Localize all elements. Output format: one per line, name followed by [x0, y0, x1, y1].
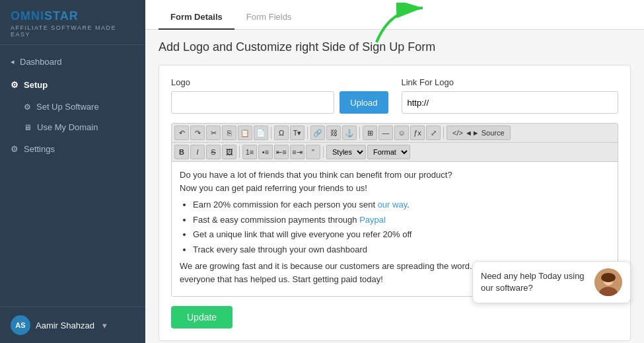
brand-tagline: AFFILIATE SOFTWARE MADE EASY: [11, 24, 135, 38]
editor-para1: Do you have a lot of friends that you th…: [180, 169, 610, 194]
settings-label: Settings: [24, 144, 55, 154]
svg-point-4: [601, 273, 616, 282]
set-up-software-label: Set Up Software: [36, 102, 99, 112]
source-label: ◄► Source: [465, 129, 505, 137]
toolbar-sep3: [359, 127, 360, 139]
indent-btn[interactable]: ≡⇥: [290, 145, 304, 159]
toolbar-row2: B I S 🖼 1≡ •≡ ⇤≡ ≡⇥ " Styles Format: [172, 143, 618, 162]
user-menu[interactable]: AS Aamir Shahzad ▾: [0, 307, 145, 343]
unordered-list-btn[interactable]: •≡: [258, 145, 273, 159]
logo-label: Logo: [171, 77, 388, 87]
setup-icon: ⚙: [11, 80, 18, 90]
styles-select[interactable]: Styles: [326, 145, 366, 159]
link-label: Link For Logo: [402, 77, 619, 87]
toolbar-sep1: [271, 127, 271, 139]
help-bubble-text: Need any help Today using our software?: [481, 270, 588, 294]
hr-btn[interactable]: —: [378, 126, 393, 140]
format-select[interactable]: Format: [367, 145, 410, 159]
cog-icon: ⚙: [24, 102, 31, 112]
cut-btn[interactable]: ✂: [206, 126, 221, 140]
editor-bullet-list: Earn 20% commission for each person you …: [193, 198, 610, 256]
monitor-icon: 🖥: [24, 123, 32, 132]
bullet-item-3: Get a unique link that will give everyon…: [193, 228, 610, 241]
undo-btn[interactable]: ↶: [174, 126, 189, 140]
toolbar-sep6: [323, 146, 324, 158]
logo-input-row: Upload: [171, 91, 388, 114]
brand-logo: OMNISTAR: [11, 9, 135, 23]
link-btn[interactable]: 🔗: [310, 126, 325, 140]
table-btn[interactable]: ⊞: [363, 126, 377, 140]
blockquote-btn[interactable]: ": [306, 145, 320, 159]
help-bubble: Need any help Today using our software?: [472, 261, 631, 303]
main-content: Form Details Form Fields Add Logo and Cu…: [145, 0, 644, 343]
bold-btn[interactable]: B: [174, 145, 189, 159]
strikethrough-btn[interactable]: S: [206, 145, 221, 159]
copy-btn[interactable]: ⎘: [222, 126, 236, 140]
chevron-left-icon: ◂: [11, 57, 15, 66]
sidebar-item-dashboard[interactable]: ◂ Dashboard: [0, 50, 145, 73]
toolbar-sep4: [443, 127, 444, 139]
source-btn[interactable]: </> ◄► Source: [447, 126, 511, 140]
update-button[interactable]: Update: [171, 306, 233, 328]
page-title: Add Logo and Customize right Side of Sig…: [159, 40, 631, 54]
tab-form-details[interactable]: Form Details: [159, 7, 234, 30]
logo-text-input[interactable]: [171, 91, 334, 114]
logo-link-row: Logo Upload Link For Logo: [171, 77, 618, 114]
toolbar-sep5: [239, 146, 240, 158]
maximize-btn[interactable]: ⤢: [426, 126, 441, 140]
user-name: Aamir Shahzad: [36, 321, 94, 330]
sidebar-logo-section: OMNISTAR AFFILIATE SOFTWARE MADE EASY: [0, 0, 145, 45]
chevron-down-icon: ▾: [102, 321, 107, 330]
sidebar: OMNISTAR AFFILIATE SOFTWARE MADE EASY ◂ …: [0, 0, 145, 343]
user-avatar: AS: [11, 315, 30, 335]
help-avatar: [594, 268, 622, 296]
bullet-item-2: Fast & easy commission payments through …: [193, 213, 610, 227]
toolbar-sep2: [307, 127, 308, 139]
use-my-domain-label: Use My Domain: [37, 122, 98, 132]
anchor-btn[interactable]: ⚓: [342, 126, 357, 140]
unlink-btn[interactable]: ⛓: [326, 126, 341, 140]
image-btn[interactable]: 🖼: [222, 145, 236, 159]
sidebar-item-set-up-software[interactable]: ⚙ Set Up Software: [0, 96, 145, 117]
bullet-item-1: Earn 20% commission for each person you …: [193, 198, 610, 211]
outdent-btn[interactable]: ⇤≡: [274, 145, 289, 159]
sidebar-nav: ◂ Dashboard ⚙ Setup ⚙ Set Up Software 🖥 …: [0, 45, 145, 307]
special-char-btn[interactable]: Ω: [274, 126, 289, 140]
setup-label: Setup: [24, 80, 48, 90]
smiley-btn[interactable]: ☺: [394, 126, 409, 140]
sidebar-item-use-my-domain[interactable]: 🖥 Use My Domain: [0, 117, 145, 137]
sidebar-section-setup: ⚙ Setup: [0, 73, 145, 96]
italic-btn[interactable]: I: [190, 145, 205, 159]
bullet-item-4: Track every sale through your own dashbo…: [193, 243, 610, 256]
settings-icon: ⚙: [11, 144, 18, 154]
link-input[interactable]: [402, 91, 619, 114]
paste-plain-btn[interactable]: 📄: [254, 126, 268, 140]
source-icon: </>: [452, 129, 463, 137]
format-btn[interactable]: T▾: [290, 126, 304, 140]
tab-form-fields[interactable]: Form Fields: [234, 7, 304, 30]
tabs-bar: Form Details Form Fields: [145, 0, 644, 30]
toolbar-row1: ↶ ↷ ✂ ⎘ 📋 📄 Ω T▾ 🔗 ⛓ ⚓ ⊞ — ☺: [172, 124, 618, 143]
redo-btn[interactable]: ↷: [190, 126, 205, 140]
logo-section: Logo Upload: [171, 77, 388, 114]
paste-btn[interactable]: 📋: [238, 126, 252, 140]
link-section: Link For Logo: [402, 77, 619, 114]
ordered-list-btn[interactable]: 1≡: [242, 145, 257, 159]
sidebar-item-settings[interactable]: ⚙ Settings: [0, 137, 145, 161]
fx-btn[interactable]: ƒx: [410, 126, 425, 140]
sidebar-item-dashboard-label: Dashboard: [20, 57, 62, 67]
upload-button[interactable]: Upload: [340, 91, 388, 114]
